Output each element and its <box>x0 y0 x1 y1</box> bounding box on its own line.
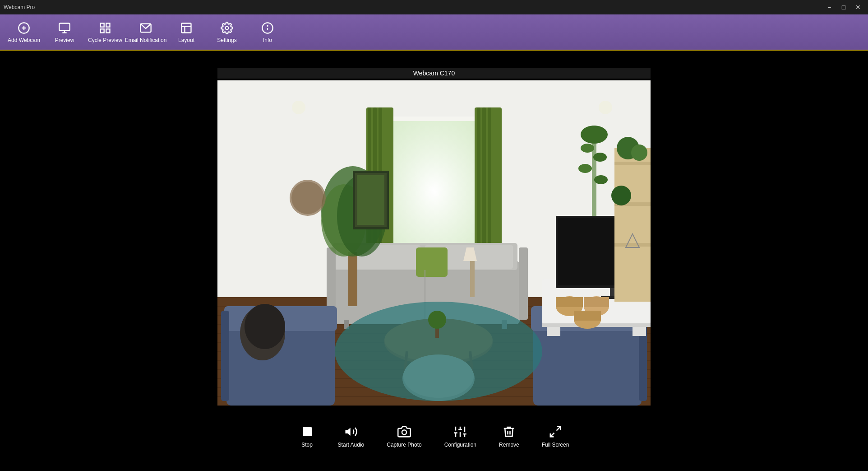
remove-button[interactable]: Remove <box>494 421 524 451</box>
svg-rect-6 <box>101 23 104 27</box>
svg-point-91 <box>594 175 608 184</box>
svg-point-79 <box>631 145 647 161</box>
svg-point-101 <box>292 101 305 114</box>
configuration-button[interactable]: Configuration <box>440 421 481 451</box>
svg-rect-77 <box>614 243 651 247</box>
toolbar-item-email-notification[interactable]: Email Notification <box>125 16 166 48</box>
svg-point-108 <box>245 304 285 349</box>
svg-rect-9 <box>106 29 110 33</box>
sliders-icon <box>452 424 468 440</box>
svg-rect-100 <box>584 297 609 307</box>
svg-rect-8 <box>101 29 104 33</box>
maximize-icon <box>547 424 563 440</box>
layout-label: Layout <box>178 37 194 43</box>
toolbar-item-info[interactable]: Info <box>247 16 288 48</box>
app-title: Webcam Pro <box>4 4 35 10</box>
mail-icon <box>139 21 153 35</box>
settings-label: Settings <box>217 37 236 43</box>
toolbar: Add Webcam Preview Cycle Preview <box>0 14 868 51</box>
monitor-icon <box>57 21 72 35</box>
minimize-button[interactable]: − <box>823 2 836 12</box>
svg-rect-82 <box>348 252 357 306</box>
add-webcam-label: Add Webcam <box>8 37 40 43</box>
trash-icon <box>501 424 517 440</box>
svg-point-88 <box>581 144 594 153</box>
maximize-button[interactable]: □ <box>837 2 850 12</box>
info-circle-icon <box>260 21 275 35</box>
email-notification-label: Email Notification <box>125 37 167 43</box>
svg-rect-69 <box>633 327 646 336</box>
svg-line-123 <box>557 427 561 431</box>
full-screen-button[interactable]: Full Screen <box>537 421 574 451</box>
stop-icon <box>299 424 315 440</box>
stop-label: Stop <box>301 442 313 448</box>
cycle-preview-label: Cycle Preview <box>88 37 122 43</box>
toolbar-item-cycle-preview[interactable]: Cycle Preview <box>85 16 125 48</box>
full-screen-label: Full Screen <box>542 442 569 448</box>
info-label: Info <box>263 37 272 43</box>
svg-rect-105 <box>470 261 475 297</box>
main-area: Webcam C170 <box>0 51 868 471</box>
svg-rect-68 <box>547 327 560 336</box>
camera-icon <box>396 424 412 440</box>
capture-photo-label: Capture Photo <box>387 442 421 448</box>
svg-rect-72 <box>610 288 614 297</box>
svg-rect-48 <box>519 247 528 320</box>
scene-image <box>217 80 651 406</box>
webcam-title: Webcam C170 <box>217 68 651 79</box>
svg-rect-111 <box>303 427 312 436</box>
toolbar-item-add-webcam[interactable]: Add Webcam <box>4 16 44 48</box>
toolbar-item-settings[interactable]: Settings <box>207 16 247 48</box>
svg-rect-34 <box>380 121 488 261</box>
svg-point-80 <box>611 186 631 205</box>
volume-icon <box>343 424 359 440</box>
layout-icon <box>179 21 194 35</box>
start-audio-button[interactable]: Start Audio <box>333 421 369 451</box>
window-controls: − □ ✕ <box>823 2 864 12</box>
remove-label: Remove <box>499 442 519 448</box>
svg-line-124 <box>550 433 554 437</box>
svg-rect-56 <box>533 324 642 406</box>
settings-icon <box>220 21 234 35</box>
close-button[interactable]: ✕ <box>852 2 864 12</box>
plus-circle-icon <box>17 21 31 35</box>
svg-rect-11 <box>182 23 191 33</box>
svg-rect-96 <box>357 175 384 225</box>
svg-rect-98 <box>556 297 583 307</box>
svg-point-89 <box>593 153 607 162</box>
start-audio-label: Start Audio <box>338 442 365 448</box>
svg-point-14 <box>226 27 229 30</box>
svg-marker-112 <box>345 428 350 436</box>
svg-rect-49 <box>416 247 448 277</box>
webcam-feed <box>217 80 651 406</box>
capture-photo-button[interactable]: Capture Photo <box>382 421 426 451</box>
svg-rect-3 <box>59 23 69 31</box>
preview-label: Preview <box>55 37 74 43</box>
toolbar-item-preview[interactable]: Preview <box>44 16 85 48</box>
webcam-container: Webcam C170 <box>217 68 651 454</box>
svg-rect-7 <box>106 23 110 27</box>
configuration-label: Configuration <box>444 442 476 448</box>
svg-point-102 <box>599 101 612 114</box>
controls-bar: Stop Start Audio <box>217 418 651 454</box>
grid-icon <box>98 21 112 35</box>
svg-rect-110 <box>574 311 601 321</box>
svg-rect-75 <box>614 162 651 165</box>
svg-point-90 <box>578 164 592 173</box>
svg-rect-74 <box>614 148 651 302</box>
titlebar: Webcam Pro − □ ✕ <box>0 0 868 14</box>
svg-point-113 <box>402 430 406 434</box>
svg-rect-55 <box>221 311 229 401</box>
toolbar-item-layout[interactable]: Layout <box>166 16 207 48</box>
svg-point-104 <box>291 182 324 214</box>
svg-point-87 <box>581 126 608 144</box>
svg-point-93 <box>428 311 446 329</box>
stop-button[interactable]: Stop <box>295 421 320 451</box>
